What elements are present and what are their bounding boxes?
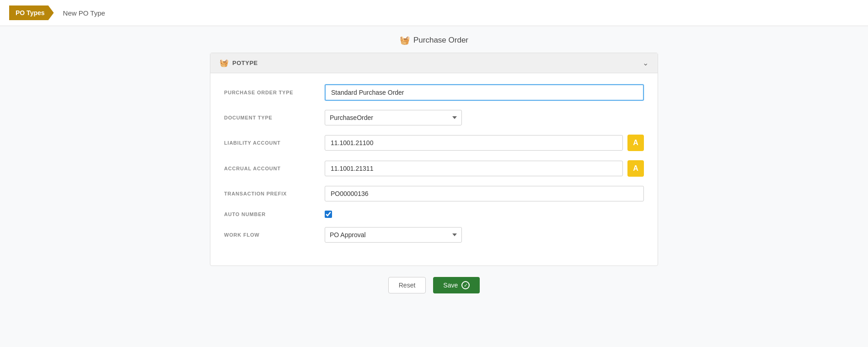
- save-label: Save: [443, 282, 458, 289]
- form-row-liability-account: LIABILITY ACCOUNT A: [224, 135, 644, 151]
- accrual-account-control: A: [325, 160, 644, 177]
- accrual-account-input[interactable]: [325, 161, 623, 176]
- purchase-order-type-label: PURCHASE ORDER TYPE: [224, 90, 325, 95]
- transaction-prefix-input[interactable]: [325, 186, 644, 201]
- document-type-control: PurchaseOrder Invoice Receipt: [325, 110, 644, 125]
- breadcrumb-po-types[interactable]: PO Types: [9, 5, 54, 20]
- section-collapse-chevron[interactable]: ⌄: [643, 59, 648, 67]
- form-row-document-type: DOCUMENT TYPE PurchaseOrder Invoice Rece…: [224, 110, 644, 125]
- save-check-icon: ✓: [461, 281, 470, 289]
- section-title-row: 🧺 POTYPE: [220, 59, 258, 67]
- form-row-workflow: WORK FLOW PO Approval No Approval Manage…: [224, 227, 644, 243]
- purchase-order-type-control: [325, 84, 644, 101]
- breadcrumb-current: New PO Type: [63, 9, 105, 17]
- work-flow-select[interactable]: PO Approval No Approval Manager Approval: [325, 227, 462, 243]
- reset-button[interactable]: Reset: [388, 277, 426, 293]
- liability-account-label: LIABILITY ACCOUNT: [224, 140, 325, 146]
- section-title: POTYPE: [232, 60, 258, 66]
- main-card: 🧺 POTYPE ⌄ PURCHASE ORDER TYPE DOCUMENT …: [210, 53, 658, 266]
- page-body: 🧺 Purchase Order 🧺 POTYPE ⌄ PURCHASE ORD…: [0, 26, 868, 303]
- auto-number-label: AUTO NUMBER: [224, 211, 325, 217]
- transaction-prefix-label: TRANSACTION PREFIX: [224, 191, 325, 196]
- save-button[interactable]: Save ✓: [433, 277, 480, 293]
- section-basket-icon: 🧺: [220, 59, 229, 67]
- liability-account-input[interactable]: [325, 135, 623, 151]
- section-header: 🧺 POTYPE ⌄: [210, 53, 658, 73]
- liability-account-control: A: [325, 135, 644, 151]
- document-type-select[interactable]: PurchaseOrder Invoice Receipt: [325, 110, 462, 125]
- form-body: PURCHASE ORDER TYPE DOCUMENT TYPE Purcha…: [210, 73, 658, 266]
- transaction-prefix-control: [325, 186, 644, 201]
- form-row-po-type: PURCHASE ORDER TYPE: [224, 84, 644, 101]
- accrual-account-btn[interactable]: A: [627, 160, 644, 177]
- page-title-row: 🧺 Purchase Order: [400, 35, 468, 45]
- basket-icon: 🧺: [400, 35, 410, 45]
- breadcrumb-bar: PO Types New PO Type: [0, 0, 868, 26]
- liability-account-btn[interactable]: A: [627, 135, 644, 151]
- form-row-accrual-account: ACCRUAL ACCOUNT A: [224, 160, 644, 177]
- page-title: Purchase Order: [413, 36, 468, 45]
- purchase-order-type-input[interactable]: [325, 84, 644, 101]
- document-type-label: DOCUMENT TYPE: [224, 115, 325, 120]
- form-row-transaction-prefix: TRANSACTION PREFIX: [224, 186, 644, 201]
- accrual-account-label: ACCRUAL ACCOUNT: [224, 166, 325, 171]
- auto-number-control: [325, 211, 644, 218]
- action-row: Reset Save ✓: [388, 277, 480, 293]
- auto-number-checkbox[interactable]: [325, 211, 332, 218]
- work-flow-label: WORK FLOW: [224, 232, 325, 238]
- work-flow-control: PO Approval No Approval Manager Approval: [325, 227, 644, 243]
- form-row-auto-number: AUTO NUMBER: [224, 211, 644, 218]
